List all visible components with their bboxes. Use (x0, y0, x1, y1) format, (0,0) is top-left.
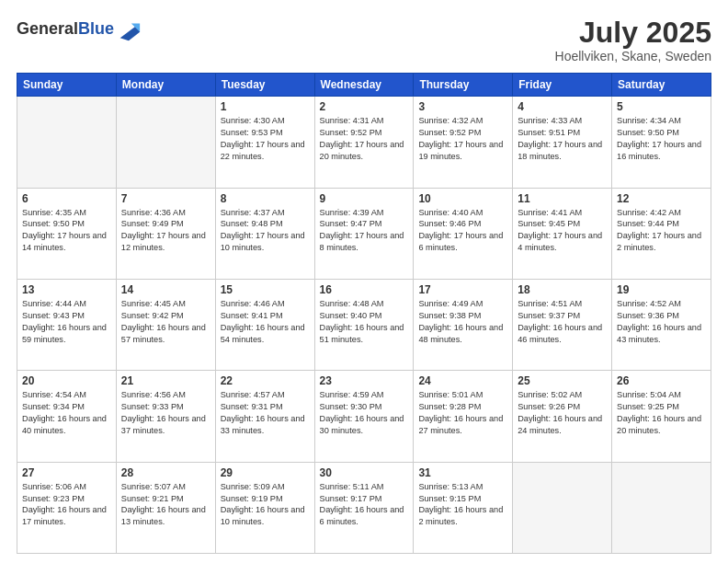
day-info: Sunrise: 5:01 AM Sunset: 9:28 PM Dayligh… (418, 389, 507, 437)
day-info: Sunrise: 4:56 AM Sunset: 9:33 PM Dayligh… (121, 389, 210, 437)
day-info: Sunrise: 4:54 AM Sunset: 9:34 PM Dayligh… (22, 389, 111, 437)
calendar-week-row: 27Sunrise: 5:06 AM Sunset: 9:23 PM Dayli… (17, 462, 711, 553)
location: Hoellviken, Skane, Sweden (555, 49, 711, 63)
header-right: July 2025 Hoellviken, Skane, Sweden (555, 17, 711, 63)
calendar-cell (513, 462, 612, 553)
calendar-cell: 13Sunrise: 4:44 AM Sunset: 9:43 PM Dayli… (17, 279, 117, 370)
day-number: 18 (518, 283, 607, 296)
calendar-cell: 24Sunrise: 5:01 AM Sunset: 9:28 PM Dayli… (414, 371, 513, 462)
day-info: Sunrise: 4:34 AM Sunset: 9:50 PM Dayligh… (617, 115, 706, 163)
day-number: 23 (320, 374, 409, 387)
calendar-cell: 4Sunrise: 4:33 AM Sunset: 9:51 PM Daylig… (513, 97, 612, 188)
calendar-cell: 17Sunrise: 4:49 AM Sunset: 9:38 PM Dayli… (414, 279, 513, 370)
day-info: Sunrise: 4:39 AM Sunset: 9:47 PM Dayligh… (320, 207, 409, 255)
day-number: 6 (22, 192, 111, 205)
logo-general: General (17, 19, 78, 38)
day-info: Sunrise: 4:41 AM Sunset: 9:45 PM Dayligh… (518, 207, 607, 255)
day-number: 11 (518, 192, 607, 205)
day-info: Sunrise: 4:31 AM Sunset: 9:52 PM Dayligh… (320, 115, 409, 163)
day-info: Sunrise: 4:30 AM Sunset: 9:53 PM Dayligh… (221, 115, 310, 163)
day-info: Sunrise: 4:51 AM Sunset: 9:37 PM Dayligh… (518, 298, 607, 346)
day-info: Sunrise: 5:02 AM Sunset: 9:26 PM Dayligh… (518, 389, 607, 437)
page: GeneralBlue July 2025 Hoellviken, Skane,… (0, 0, 728, 563)
col-header-thursday: Thursday (414, 74, 513, 97)
col-header-monday: Monday (116, 74, 215, 97)
calendar-cell: 31Sunrise: 5:13 AM Sunset: 9:15 PM Dayli… (414, 462, 513, 553)
day-info: Sunrise: 4:46 AM Sunset: 9:41 PM Dayligh… (221, 298, 310, 346)
calendar-cell: 15Sunrise: 4:46 AM Sunset: 9:41 PM Dayli… (215, 279, 314, 370)
day-info: Sunrise: 4:44 AM Sunset: 9:43 PM Dayligh… (22, 298, 111, 346)
day-number: 2 (320, 100, 409, 113)
day-number: 26 (617, 374, 706, 387)
col-header-wednesday: Wednesday (314, 74, 414, 97)
day-info: Sunrise: 4:45 AM Sunset: 9:42 PM Dayligh… (121, 298, 210, 346)
calendar-cell: 25Sunrise: 5:02 AM Sunset: 9:26 PM Dayli… (513, 371, 612, 462)
day-number: 31 (418, 466, 507, 479)
calendar-cell: 20Sunrise: 4:54 AM Sunset: 9:34 PM Dayli… (17, 371, 117, 462)
day-info: Sunrise: 4:57 AM Sunset: 9:31 PM Dayligh… (221, 389, 310, 437)
logo-blue: Blue (78, 19, 114, 38)
calendar-week-row: 1Sunrise: 4:30 AM Sunset: 9:53 PM Daylig… (17, 97, 711, 188)
logo-text: GeneralBlue (17, 20, 114, 39)
day-number: 24 (418, 374, 507, 387)
day-number: 22 (221, 374, 310, 387)
calendar-cell: 26Sunrise: 5:04 AM Sunset: 9:25 PM Dayli… (612, 371, 711, 462)
day-number: 16 (320, 283, 409, 296)
calendar-cell: 18Sunrise: 4:51 AM Sunset: 9:37 PM Dayli… (513, 279, 612, 370)
day-number: 30 (320, 466, 409, 479)
calendar-week-row: 13Sunrise: 4:44 AM Sunset: 9:43 PM Dayli… (17, 279, 711, 370)
calendar-cell: 27Sunrise: 5:06 AM Sunset: 9:23 PM Dayli… (17, 462, 117, 553)
calendar-cell: 28Sunrise: 5:07 AM Sunset: 9:21 PM Dayli… (116, 462, 215, 553)
day-info: Sunrise: 4:37 AM Sunset: 9:48 PM Dayligh… (221, 207, 310, 255)
day-number: 7 (121, 192, 210, 205)
day-number: 10 (418, 192, 507, 205)
day-info: Sunrise: 5:09 AM Sunset: 9:19 PM Dayligh… (221, 481, 310, 529)
day-info: Sunrise: 4:52 AM Sunset: 9:36 PM Dayligh… (617, 298, 706, 346)
day-number: 15 (221, 283, 310, 296)
day-info: Sunrise: 4:48 AM Sunset: 9:40 PM Dayligh… (320, 298, 409, 346)
day-info: Sunrise: 4:33 AM Sunset: 9:51 PM Dayligh… (518, 115, 607, 163)
calendar-week-row: 6Sunrise: 4:35 AM Sunset: 9:50 PM Daylig… (17, 188, 711, 279)
day-number: 17 (418, 283, 507, 296)
day-number: 28 (121, 466, 210, 479)
calendar-cell: 19Sunrise: 4:52 AM Sunset: 9:36 PM Dayli… (612, 279, 711, 370)
logo-icon (116, 17, 142, 42)
day-number: 3 (418, 100, 507, 113)
calendar-cell: 7Sunrise: 4:36 AM Sunset: 9:49 PM Daylig… (116, 188, 215, 279)
calendar-cell: 29Sunrise: 5:09 AM Sunset: 9:19 PM Dayli… (215, 462, 314, 553)
day-number: 29 (221, 466, 310, 479)
day-info: Sunrise: 5:07 AM Sunset: 9:21 PM Dayligh… (121, 481, 210, 529)
calendar-table: SundayMondayTuesdayWednesdayThursdayFrid… (17, 73, 711, 554)
calendar-cell: 16Sunrise: 4:48 AM Sunset: 9:40 PM Dayli… (314, 279, 414, 370)
day-info: Sunrise: 5:13 AM Sunset: 9:15 PM Dayligh… (418, 481, 507, 529)
calendar-cell: 2Sunrise: 4:31 AM Sunset: 9:52 PM Daylig… (314, 97, 414, 188)
header: GeneralBlue July 2025 Hoellviken, Skane,… (17, 17, 711, 63)
day-number: 8 (221, 192, 310, 205)
day-info: Sunrise: 4:32 AM Sunset: 9:52 PM Dayligh… (418, 115, 507, 163)
day-number: 13 (22, 283, 111, 296)
calendar-cell (116, 97, 215, 188)
calendar-cell (612, 462, 711, 553)
col-header-tuesday: Tuesday (215, 74, 314, 97)
day-info: Sunrise: 4:59 AM Sunset: 9:30 PM Dayligh… (320, 389, 409, 437)
calendar-cell: 3Sunrise: 4:32 AM Sunset: 9:52 PM Daylig… (414, 97, 513, 188)
day-info: Sunrise: 5:04 AM Sunset: 9:25 PM Dayligh… (617, 389, 706, 437)
calendar-cell: 12Sunrise: 4:42 AM Sunset: 9:44 PM Dayli… (612, 188, 711, 279)
day-number: 19 (617, 283, 706, 296)
day-number: 25 (518, 374, 607, 387)
calendar-cell: 10Sunrise: 4:40 AM Sunset: 9:46 PM Dayli… (414, 188, 513, 279)
day-number: 20 (22, 374, 111, 387)
calendar-cell: 9Sunrise: 4:39 AM Sunset: 9:47 PM Daylig… (314, 188, 414, 279)
calendar-cell: 30Sunrise: 5:11 AM Sunset: 9:17 PM Dayli… (314, 462, 414, 553)
day-info: Sunrise: 4:35 AM Sunset: 9:50 PM Dayligh… (22, 207, 111, 255)
calendar-cell (17, 97, 117, 188)
day-number: 1 (221, 100, 310, 113)
day-number: 27 (22, 466, 111, 479)
day-number: 9 (320, 192, 409, 205)
calendar-cell: 8Sunrise: 4:37 AM Sunset: 9:48 PM Daylig… (215, 188, 314, 279)
month-title: July 2025 (555, 17, 711, 49)
day-info: Sunrise: 4:36 AM Sunset: 9:49 PM Dayligh… (121, 207, 210, 255)
day-info: Sunrise: 4:42 AM Sunset: 9:44 PM Dayligh… (617, 207, 706, 255)
calendar-cell: 22Sunrise: 4:57 AM Sunset: 9:31 PM Dayli… (215, 371, 314, 462)
calendar-cell: 11Sunrise: 4:41 AM Sunset: 9:45 PM Dayli… (513, 188, 612, 279)
